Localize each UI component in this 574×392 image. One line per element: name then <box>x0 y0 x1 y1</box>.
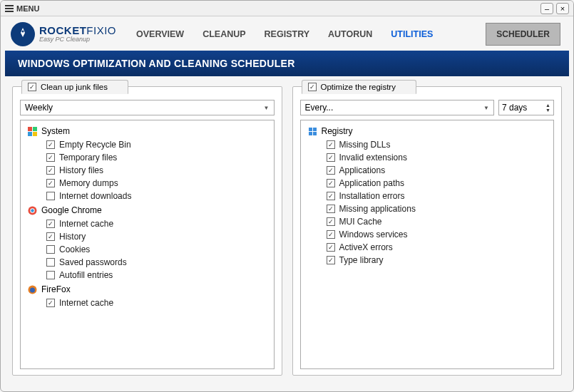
svg-rect-10 <box>309 128 312 131</box>
tree-item-checkbox[interactable] <box>327 205 335 213</box>
tree-item-checkbox[interactable] <box>46 299 55 307</box>
tree-item-checkbox[interactable] <box>327 192 335 200</box>
nav-autorun[interactable]: AUTORUN <box>328 29 372 39</box>
svg-point-7 <box>31 209 34 212</box>
nav-registry[interactable]: REGISTRY <box>265 29 309 39</box>
tree-item[interactable]: MUI Cache <box>308 215 550 228</box>
registry-frequency-select[interactable]: Every... ▼ <box>300 100 495 115</box>
tree-item-checkbox[interactable] <box>327 243 335 252</box>
cleanup-tree[interactable]: SystemEmpty Recycle BinTemporary filesHi… <box>20 120 275 369</box>
registry-tree[interactable]: RegistryMissing DLLsInvalid extensionsAp… <box>300 120 555 369</box>
tree-group-label: Registry <box>322 126 353 136</box>
tree-item[interactable]: Memory dumps <box>28 177 270 190</box>
cleanup-enable-checkbox[interactable] <box>28 83 36 91</box>
minimize-button[interactable]: – <box>540 3 553 14</box>
tree-item[interactable]: Missing DLLs <box>308 138 550 151</box>
cleanup-frequency-select[interactable]: Weekly ▼ <box>20 100 275 115</box>
cleanup-frequency-value: Weekly <box>25 103 53 113</box>
header: ROCKETFIXIO Easy PC Cleanup OVERVIEW CLE… <box>1 16 573 49</box>
tree-item-label: Autofill entries <box>59 270 113 280</box>
tree-item[interactable]: Type library <box>308 254 550 267</box>
tree-item[interactable]: Windows services <box>308 228 550 241</box>
tree-item-checkbox[interactable] <box>46 153 55 162</box>
tree-item-checkbox[interactable] <box>46 192 55 200</box>
menu-button[interactable]: MENU <box>5 4 39 13</box>
tree-item-checkbox[interactable] <box>327 179 335 187</box>
tree-item-label: Invalid extensions <box>339 153 407 163</box>
tree-item-checkbox[interactable] <box>327 217 335 226</box>
nav-utilities[interactable]: UTILITIES <box>391 29 433 39</box>
tree-item-checkbox[interactable] <box>46 179 55 187</box>
content: Clean up junk files Weekly ▼ SystemEmpty… <box>1 76 573 383</box>
tree-item-label: ActiveX errors <box>339 242 393 252</box>
tree-item[interactable]: Internet cache <box>28 217 270 230</box>
registry-days-stepper[interactable]: 7 days ▲▼ <box>498 100 554 115</box>
tree-item-label: Internet cache <box>59 298 113 308</box>
tree-item[interactable]: Internet cache <box>28 296 270 309</box>
tree-item-label: Empty Recycle Bin <box>59 140 131 150</box>
tree-item-label: Installation errors <box>339 191 405 201</box>
tree-item-label: Missing applications <box>339 204 416 214</box>
tree-item-label: Missing DLLs <box>339 140 391 150</box>
tree-item-checkbox[interactable] <box>46 258 55 267</box>
page-banner: WINDOWS OPTIMIZATION AND CLEANING SCHEDU… <box>5 51 569 76</box>
dropdown-icon: ▼ <box>483 105 489 111</box>
tree-item-checkbox[interactable] <box>46 220 55 228</box>
tree-item[interactable]: Cookies <box>28 243 270 256</box>
tree-item-label: History <box>59 232 86 242</box>
tree-item[interactable]: History files <box>28 164 270 177</box>
tree-item[interactable]: Applications <box>308 164 550 177</box>
tree-item-checkbox[interactable] <box>46 166 55 175</box>
svg-rect-12 <box>309 132 312 135</box>
tree-group-header[interactable]: FireFox <box>28 284 270 294</box>
tree-item-checkbox[interactable] <box>46 245 55 254</box>
tree-group-header[interactable]: System <box>28 126 270 136</box>
nav-cleanup[interactable]: CLEANUP <box>203 29 245 39</box>
tree-item[interactable]: Autofill entries <box>28 269 270 282</box>
svg-point-9 <box>30 287 35 292</box>
tree-item-checkbox[interactable] <box>46 140 55 149</box>
tree-group-header[interactable]: Google Chrome <box>28 205 270 215</box>
tree-item[interactable]: Installation errors <box>308 190 550 202</box>
tree-item[interactable]: Empty Recycle Bin <box>28 138 270 151</box>
tree-item-label: Internet cache <box>59 219 113 229</box>
brand-bold: ROCKET <box>39 24 86 36</box>
tree-item[interactable]: History <box>28 230 270 243</box>
tree-item-label: Memory dumps <box>59 178 118 188</box>
tree-item[interactable]: Missing applications <box>308 202 550 215</box>
tree-item-checkbox[interactable] <box>46 271 55 279</box>
nav-overview[interactable]: OVERVIEW <box>136 29 184 39</box>
registry-enable-checkbox[interactable] <box>308 83 317 91</box>
stepper-arrows-icon[interactable]: ▲▼ <box>545 103 550 113</box>
registry-days-value: 7 days <box>502 103 527 113</box>
tree-item-checkbox[interactable] <box>327 256 335 264</box>
tree-item-checkbox[interactable] <box>327 230 335 239</box>
tree-item[interactable]: ActiveX errors <box>308 241 550 254</box>
svg-rect-1 <box>28 127 32 131</box>
tree-item-label: Applications <box>339 165 386 175</box>
firefox-icon <box>28 285 37 294</box>
tree-group: RegistryMissing DLLsInvalid extensionsAp… <box>308 126 550 267</box>
cleanup-panel: Clean up junk files Weekly ▼ SystemEmpty… <box>12 86 282 376</box>
tree-item[interactable]: Application paths <box>308 177 550 190</box>
tree-item[interactable]: Temporary files <box>28 151 270 164</box>
tree-item-label: Saved passwords <box>59 257 127 267</box>
tree-item[interactable]: Saved passwords <box>28 256 270 269</box>
tree-group-header[interactable]: Registry <box>308 126 550 136</box>
titlebar: MENU – × <box>1 1 573 16</box>
tree-item-checkbox[interactable] <box>327 153 335 162</box>
tree-item-checkbox[interactable] <box>46 232 55 241</box>
window-controls: – × <box>540 3 569 14</box>
dropdown-icon: ▼ <box>264 105 270 111</box>
tree-item[interactable]: Invalid extensions <box>308 151 550 164</box>
tree-group-label: System <box>41 126 70 136</box>
tree-item-checkbox[interactable] <box>327 166 335 175</box>
registry-panel-tab[interactable]: Optimize the registry <box>302 80 416 94</box>
scheduler-button[interactable]: SCHEDULER <box>486 23 560 46</box>
close-button[interactable]: × <box>556 3 569 14</box>
cleanup-panel-tab[interactable]: Clean up junk files <box>21 80 128 94</box>
tree-item-checkbox[interactable] <box>327 140 335 149</box>
rocket-icon <box>11 22 35 46</box>
tree-group: SystemEmpty Recycle BinTemporary filesHi… <box>28 126 270 202</box>
tree-item[interactable]: Internet downloads <box>28 190 270 202</box>
